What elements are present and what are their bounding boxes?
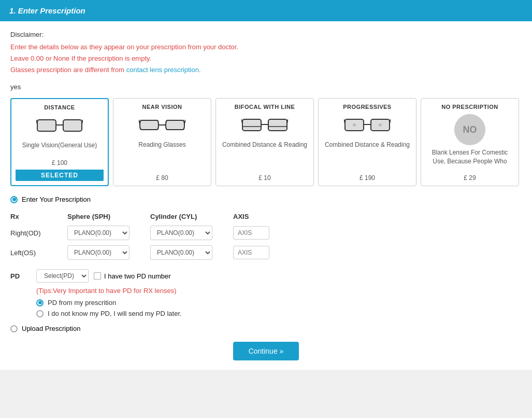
rx-header-row: Rx Sphere (SPH) Cylinder (CYL) AXIS — [10, 213, 522, 220]
no-lens-icon: NO — [454, 114, 485, 145]
rx-col-header-cyl: Cylinder (CYL) — [150, 213, 233, 220]
card-desc-near: Reading Glasses — [138, 141, 185, 172]
section-header: 1. Enter Prescription — [0, 0, 532, 21]
enter-rx-radio[interactable] — [10, 196, 18, 203]
cyl-select-left[interactable]: PLANO(0.00) — [150, 245, 212, 260]
sph-select-left[interactable]: PLANO(0.00) — [67, 245, 130, 260]
card-type-bifocal: BIFOCAL WITH LINE — [235, 104, 295, 110]
svg-line-3 — [36, 120, 37, 124]
disclaimer-line1: Enter the details below as they appear o… — [10, 41, 522, 53]
upload-rx-radio[interactable] — [10, 325, 18, 332]
rx-col-header-sph: Sphere (SPH) — [67, 213, 150, 220]
svg-line-23 — [390, 119, 391, 123]
card-type-near: NEAR VISION — [142, 104, 182, 110]
pd-select[interactable]: Select(PD) — [36, 269, 89, 283]
disclaimer-label: Disclaimer: — [10, 31, 522, 38]
card-type-progressives: PROGRESSIVES — [343, 104, 391, 110]
pd-option-from-rx[interactable]: PD from my prescrition — [36, 299, 522, 306]
enter-rx-row[interactable]: Enter Your Prescription — [10, 196, 522, 203]
disclaimer-section: Disclaimer: Enter the details below as t… — [10, 31, 522, 76]
card-price-near: £ 80 — [156, 174, 168, 182]
svg-line-4 — [82, 120, 83, 124]
glasses-icon-distance — [36, 115, 83, 138]
continue-button[interactable]: Continue » — [233, 342, 299, 360]
rx-table: Rx Sphere (SPH) Cylinder (CYL) AXIS Righ… — [10, 213, 522, 260]
disclaimer-line3: Glasses prescription are different from … — [10, 64, 522, 76]
rx-row-right: Right(OD) PLANO(0.00) PLANO(0.00) — [10, 226, 522, 240]
axis-input-left[interactable] — [233, 246, 269, 259]
card-progressives[interactable]: PROGRESSIVES Combined Distance & Reading… — [318, 98, 416, 186]
rx-label-right: Right(OD) — [10, 229, 67, 237]
axis-input-right[interactable] — [233, 226, 269, 240]
svg-line-16 — [287, 119, 288, 123]
card-desc-bifocal: Combined Distance & Reading — [222, 141, 307, 172]
svg-rect-10 — [242, 119, 261, 131]
card-price-no-prescription: £ 29 — [464, 174, 476, 182]
vision-type-cards: DISTANCE Single Vision(General Use) £ 10… — [10, 98, 522, 186]
glasses-icon-progressives — [344, 114, 391, 137]
two-pd-label: I have two PD number — [104, 272, 171, 280]
card-price-progressives: £ 190 — [360, 174, 375, 182]
svg-rect-1 — [63, 120, 82, 131]
upload-rx-label: Upload Prescription — [22, 325, 80, 332]
glasses-icon-bifocal — [241, 114, 288, 137]
card-desc-no-prescription: Blank Lenses For Comestic Use, Because P… — [425, 148, 514, 172]
card-desc-distance: Single Vision(General Use) — [22, 141, 97, 157]
page-wrapper: 1. Enter Prescription Disclaimer: Enter … — [0, 0, 532, 370]
pd-options: PD from my prescrition I do not know my … — [36, 299, 522, 317]
two-pd-row: I have two PD number — [94, 272, 171, 280]
svg-rect-5 — [140, 120, 159, 130]
card-distance[interactable]: DISTANCE Single Vision(General Use) £ 10… — [10, 98, 109, 186]
pd-row: PD Select(PD) I have two PD number — [10, 269, 522, 283]
rx-row-left: Left(OS) PLANO(0.00) PLANO(0.00) — [10, 245, 522, 260]
svg-rect-0 — [37, 120, 56, 131]
card-bifocal[interactable]: BIFOCAL WITH LINE Combined Distance & Re… — [215, 98, 314, 186]
card-price-distance: £ 100 — [52, 159, 67, 166]
svg-rect-12 — [268, 119, 287, 131]
pd-label: PD — [10, 272, 31, 280]
rx-col-header-axis: AXIS — [233, 213, 285, 220]
card-type-no-prescription: NO PRESCRIPTION — [441, 104, 498, 110]
upload-row[interactable]: Upload Prescription — [10, 325, 522, 332]
svg-point-18 — [353, 123, 356, 127]
selected-badge: SELECTED — [16, 170, 104, 181]
yes-text: yes — [10, 83, 522, 91]
section-title: 1. Enter Prescription — [9, 6, 85, 15]
two-pd-checkbox[interactable] — [94, 272, 101, 280]
pd-from-rx-label: PD from my prescrition — [48, 299, 116, 306]
main-content: Disclaimer: Enter the details below as t… — [0, 21, 532, 370]
pd-section: PD Select(PD) I have two PD number (Tips… — [10, 269, 522, 317]
disclaimer-line2: Leave 0.00 or None If the prescription i… — [10, 53, 522, 64]
svg-point-20 — [379, 123, 382, 127]
card-desc-progressives: Combined Distance & Reading — [325, 141, 410, 172]
contact-lens-link[interactable]: contact lens prescription — [126, 66, 199, 74]
svg-line-15 — [241, 119, 242, 123]
svg-rect-6 — [166, 120, 184, 130]
svg-line-9 — [184, 120, 185, 124]
pd-option-later[interactable]: I do not know my PD, I will send my PD l… — [36, 310, 522, 317]
continue-row: Continue » — [10, 342, 522, 360]
card-type-distance: DISTANCE — [44, 104, 75, 110]
enter-rx-label: Enter Your Prescription — [22, 196, 91, 203]
cyl-select-right[interactable]: PLANO(0.00) — [150, 226, 212, 240]
card-price-bifocal: £ 10 — [258, 174, 270, 182]
card-no-prescription[interactable]: NO PRESCRIPTION NO Blank Lenses For Come… — [421, 98, 519, 186]
pd-later-radio[interactable] — [36, 310, 44, 317]
card-near-vision[interactable]: NEAR VISION Reading Glasses £ 80 — [113, 98, 211, 186]
svg-line-22 — [344, 119, 345, 123]
pd-from-rx-radio[interactable] — [36, 299, 44, 306]
rx-col-header-rx: Rx — [10, 213, 67, 220]
svg-line-8 — [139, 120, 140, 124]
pd-tips: (Tips:Very Important to have PD for RX l… — [36, 287, 522, 295]
glasses-icon-near — [139, 114, 185, 137]
pd-later-label: I do not know my PD, I will send my PD l… — [48, 310, 182, 317]
sph-select-right[interactable]: PLANO(0.00) — [67, 226, 130, 240]
rx-label-left: Left(OS) — [10, 249, 67, 257]
